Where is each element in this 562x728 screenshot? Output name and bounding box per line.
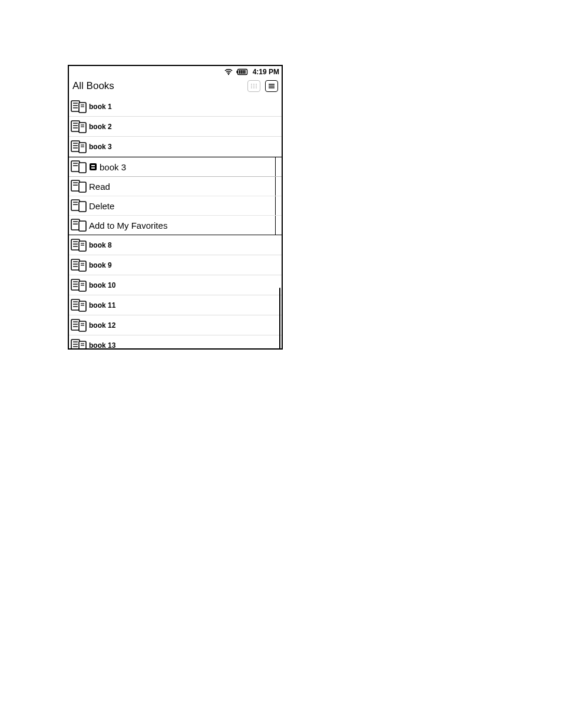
svg-point-15 [256,87,257,88]
svg-rect-98 [79,341,86,349]
book-label: book 3 [89,143,112,151]
svg-rect-26 [71,121,80,131]
svg-point-14 [253,87,254,88]
context-menu-title-icon [89,163,97,171]
book-icon [70,278,88,292]
context-menu-item-label: Delete [89,201,114,211]
app-header: All Books [69,78,282,97]
page-title: All Books [72,80,114,92]
context-menu-header: book 3 [69,157,282,177]
context-menu-item-delete[interactable]: Delete [69,196,282,216]
svg-rect-46 [91,167,95,169]
list-item[interactable]: book 12 [69,315,282,335]
book-icon [70,100,88,114]
book-label: book 12 [89,321,115,330]
book-label: book 1 [89,103,112,111]
list-item[interactable]: book 11 [69,295,282,315]
list-view-icon[interactable] [265,80,278,92]
svg-point-12 [256,85,257,87]
svg-rect-54 [79,202,86,212]
list-item[interactable]: book 13 [69,335,282,348]
status-time: 4:19 PM [253,68,279,76]
svg-rect-73 [71,279,80,290]
svg-rect-2 [236,71,237,73]
book-icon [70,160,88,174]
book-icon [70,218,88,232]
list-item[interactable]: book 2 [69,117,282,137]
header-actions [247,80,278,92]
grid-view-icon[interactable] [247,80,260,92]
document-page: 4:19 PM All Books [0,0,562,728]
book-label: book 13 [89,341,115,349]
list-item[interactable]: book 3 [69,137,282,157]
svg-rect-4 [240,70,242,74]
book-label: book 8 [89,241,112,249]
svg-rect-37 [79,143,86,153]
svg-point-10 [251,85,252,87]
svg-point-0 [228,74,229,75]
svg-rect-33 [71,141,80,151]
svg-rect-23 [79,103,86,113]
context-menu-border [275,157,276,176]
svg-rect-45 [91,165,95,166]
book-icon [70,120,88,134]
book-icon [70,318,88,332]
book-icon [70,238,88,252]
context-menu-title: book 3 [100,162,126,172]
list-item[interactable]: book 1 [69,97,282,117]
svg-rect-19 [71,101,80,111]
svg-point-11 [253,85,254,87]
book-icon [70,199,88,213]
list-item[interactable]: book 8 [69,235,282,255]
svg-rect-47 [71,180,80,191]
svg-rect-59 [71,239,80,250]
svg-rect-91 [79,321,86,331]
book-list: book 1 book 2 [69,97,282,348]
book-label: book 2 [89,123,112,131]
svg-rect-30 [79,123,86,133]
svg-rect-40 [71,161,80,172]
book-label: book 9 [89,261,112,269]
svg-rect-50 [79,182,86,192]
book-icon [70,140,88,154]
context-menu-border [275,177,276,196]
svg-rect-3 [239,70,240,74]
svg-rect-43 [79,163,86,173]
svg-rect-44 [90,163,97,170]
svg-rect-63 [79,241,86,251]
context-menu-title-wrap: book 3 [89,162,126,172]
scrollbar[interactable] [279,288,280,348]
svg-rect-77 [79,281,86,291]
svg-rect-84 [79,301,86,311]
list-item[interactable]: book 9 [69,255,282,275]
battery-icon [236,68,249,75]
book-icon [70,298,88,312]
book-icon [70,338,88,349]
context-menu-item-label: Read [89,182,110,192]
context-menu-border [275,196,276,215]
list-item[interactable]: book 10 [69,275,282,295]
svg-rect-70 [79,261,86,271]
svg-rect-87 [71,319,80,330]
context-menu-item-label: Add to My Favorites [89,220,167,230]
svg-point-7 [251,84,252,85]
svg-point-8 [253,84,254,85]
book-icon [70,258,88,272]
svg-point-13 [251,87,252,88]
context-menu-border [275,216,276,235]
svg-point-9 [256,84,257,85]
svg-rect-80 [71,299,80,310]
book-icon [70,179,88,193]
status-bar: 4:19 PM [69,66,282,78]
wifi-icon [224,68,233,75]
svg-rect-66 [71,259,80,270]
book-label: book 11 [89,301,115,309]
device-frame: 4:19 PM All Books [68,65,283,350]
context-menu-item-read[interactable]: Read [69,177,282,196]
context-menu-item-add-favorites[interactable]: Add to My Favorites [69,216,282,235]
svg-rect-6 [244,70,245,74]
book-label: book 10 [89,281,115,289]
svg-rect-55 [71,219,80,230]
svg-rect-58 [79,221,86,231]
svg-rect-51 [71,200,80,210]
